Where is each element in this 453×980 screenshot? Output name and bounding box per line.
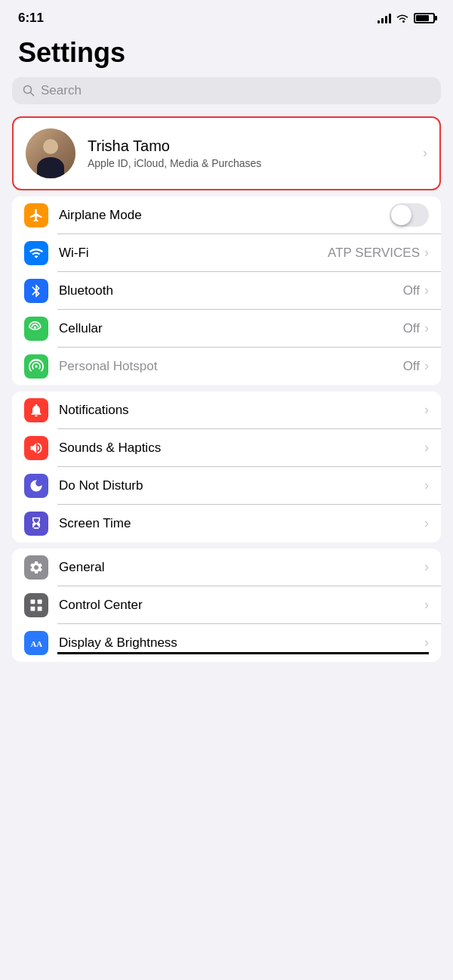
- personal-hotspot-row[interactable]: Personal Hotspot Off ›: [12, 348, 441, 385]
- airplane-mode-label: Airplane Mode: [59, 208, 390, 223]
- connectivity-section: Airplane Mode Wi-Fi ATP SERVICES › Bluet…: [12, 196, 441, 385]
- do-not-disturb-row[interactable]: Do Not Disturb ›: [12, 467, 441, 505]
- search-icon: [23, 85, 35, 97]
- sounds-haptics-chevron-icon: ›: [424, 440, 429, 456]
- status-icons: [378, 13, 435, 23]
- airplane-mode-toggle[interactable]: [390, 203, 429, 227]
- battery-icon: [414, 13, 435, 23]
- search-bar[interactable]: Search: [12, 77, 441, 104]
- cellular-row[interactable]: Cellular Off ›: [12, 310, 441, 348]
- status-bar: 6:11: [0, 0, 453, 32]
- status-time: 6:11: [18, 11, 44, 26]
- control-center-label: Control Center: [59, 598, 424, 613]
- display-brightness-row[interactable]: AA Display & Brightness ›: [12, 624, 441, 662]
- do-not-disturb-label: Do Not Disturb: [59, 478, 424, 493]
- bluetooth-icon: [24, 279, 48, 303]
- notifications-label: Notifications: [59, 403, 424, 418]
- cellular-chevron-icon: ›: [424, 320, 429, 336]
- page-header: Settings: [0, 32, 453, 77]
- cellular-icon: [24, 317, 48, 341]
- bluetooth-value: Off: [403, 283, 420, 298]
- search-placeholder: Search: [41, 83, 82, 98]
- wifi-label: Wi-Fi: [59, 246, 328, 261]
- hourglass-icon: [24, 512, 48, 536]
- profile-info: Trisha Tamo Apple ID, iCloud, Media & Pu…: [88, 138, 411, 169]
- display-brightness-label: Display & Brightness: [59, 635, 424, 651]
- svg-rect-2: [31, 599, 35, 604]
- moon-icon: [24, 474, 48, 498]
- svg-text:AA: AA: [31, 639, 43, 648]
- display-brightness-chevron-icon: ›: [424, 635, 429, 651]
- general-row[interactable]: General ›: [12, 549, 441, 586]
- gear-icon: [24, 555, 48, 580]
- svg-rect-4: [31, 606, 35, 611]
- general-label: General: [59, 560, 424, 575]
- svg-rect-5: [38, 606, 42, 611]
- search-container: Search: [0, 77, 453, 116]
- notifications-section: Notifications › Sounds & Haptics › Do No…: [12, 391, 441, 543]
- svg-line-1: [31, 92, 34, 95]
- page-title: Settings: [18, 38, 435, 68]
- svg-rect-3: [38, 599, 42, 604]
- wifi-chevron-icon: ›: [424, 245, 429, 261]
- airplane-mode-icon: [24, 203, 48, 227]
- signal-bars-icon: [378, 13, 391, 23]
- profile-name: Trisha Tamo: [88, 138, 411, 155]
- screen-time-row[interactable]: Screen Time ›: [12, 505, 441, 543]
- control-center-icon: [24, 593, 48, 617]
- screen-time-label: Screen Time: [59, 516, 424, 531]
- bluetooth-chevron-icon: ›: [424, 283, 429, 298]
- bluetooth-label: Bluetooth: [59, 283, 403, 298]
- notifications-icon: [24, 398, 48, 422]
- do-not-disturb-chevron-icon: ›: [424, 478, 429, 493]
- personal-hotspot-value: Off: [403, 359, 420, 374]
- cellular-label: Cellular: [59, 321, 403, 336]
- general-chevron-icon: ›: [424, 559, 429, 575]
- personal-hotspot-chevron-icon: ›: [424, 358, 429, 374]
- hotspot-icon: [24, 354, 48, 379]
- wifi-icon: [24, 241, 48, 265]
- display-brightness-icon: AA: [24, 631, 48, 655]
- bluetooth-row[interactable]: Bluetooth Off ›: [12, 272, 441, 310]
- wifi-value: ATP SERVICES: [328, 246, 420, 261]
- wifi-row[interactable]: Wi-Fi ATP SERVICES ›: [12, 234, 441, 272]
- sounds-haptics-label: Sounds & Haptics: [59, 441, 424, 456]
- profile-subtitle: Apple ID, iCloud, Media & Purchases: [88, 157, 411, 169]
- sounds-icon: [24, 436, 48, 460]
- profile-section[interactable]: Trisha Tamo Apple ID, iCloud, Media & Pu…: [12, 116, 441, 190]
- avatar: [26, 128, 76, 178]
- notifications-row[interactable]: Notifications ›: [12, 391, 441, 429]
- profile-chevron-icon: ›: [423, 145, 427, 161]
- notifications-chevron-icon: ›: [424, 402, 429, 418]
- personal-hotspot-label: Personal Hotspot: [59, 359, 403, 374]
- airplane-mode-row[interactable]: Airplane Mode: [12, 196, 441, 234]
- cellular-value: Off: [403, 321, 420, 336]
- control-center-chevron-icon: ›: [424, 597, 429, 613]
- system-section: General › Control Center › AA Display & …: [12, 549, 441, 662]
- screen-time-chevron-icon: ›: [424, 515, 429, 531]
- control-center-row[interactable]: Control Center ›: [12, 586, 441, 624]
- sounds-haptics-row[interactable]: Sounds & Haptics ›: [12, 429, 441, 467]
- wifi-status-icon: [396, 13, 409, 23]
